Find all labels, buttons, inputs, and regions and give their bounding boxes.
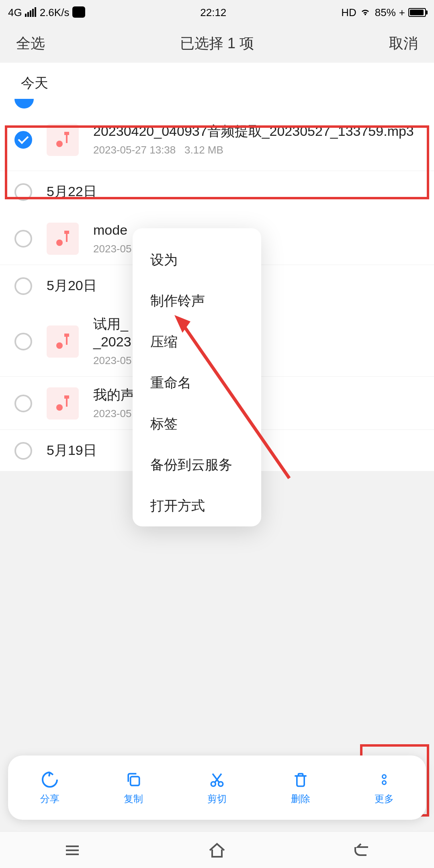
section-today: 今天 <box>0 63 434 104</box>
share-icon <box>40 770 59 789</box>
selection-title: 已选择 1 项 <box>180 34 254 53</box>
network-speed: 2.6K/s <box>40 6 70 18</box>
system-navbar <box>0 831 434 868</box>
bottom-toolbar: 分享 复制 剪切 删除 更多 <box>8 755 426 820</box>
svg-point-5 <box>383 774 386 778</box>
delete-button[interactable]: 删除 <box>259 755 342 820</box>
select-all-button[interactable]: 全选 <box>16 34 45 53</box>
checkbox[interactable] <box>14 395 32 412</box>
checkbox[interactable] <box>14 229 32 247</box>
battery-icon <box>408 8 426 16</box>
selection-header: 全选 已选择 1 项 取消 <box>0 24 434 63</box>
file-meta: 2023-05-27 13:38 3.12 MB <box>93 144 420 156</box>
clock: 22:12 <box>200 6 226 18</box>
signal-icon <box>25 7 37 17</box>
date-header[interactable]: 5月22日 <box>0 171 434 212</box>
menu-compress[interactable]: 压缩 <box>133 321 261 362</box>
more-button[interactable]: 更多 <box>342 755 426 820</box>
menu-tag[interactable]: 标签 <box>133 403 261 444</box>
svg-rect-2 <box>131 776 139 785</box>
network-type: 4G <box>8 6 22 18</box>
menu-set-as[interactable]: 设为 <box>133 240 261 280</box>
charge-icon: + <box>399 6 405 18</box>
checkbox[interactable] <box>14 333 32 350</box>
delete-icon <box>291 770 310 789</box>
share-button[interactable]: 分享 <box>8 755 92 820</box>
menu-nav-icon[interactable] <box>63 840 82 860</box>
svg-point-6 <box>383 780 386 784</box>
cut-button[interactable]: 剪切 <box>175 755 259 820</box>
message-icon <box>72 6 85 18</box>
home-nav-icon[interactable] <box>207 840 227 860</box>
more-icon <box>375 770 394 789</box>
music-icon <box>47 222 79 254</box>
music-icon <box>47 387 79 420</box>
back-nav-icon[interactable] <box>352 840 371 860</box>
partial-row-top <box>0 104 434 108</box>
copy-icon <box>124 770 143 789</box>
hd-indicator: HD <box>341 6 356 18</box>
music-icon <box>47 123 79 156</box>
cancel-button[interactable]: 取消 <box>389 34 418 53</box>
copy-button[interactable]: 复制 <box>92 755 175 820</box>
checkbox[interactable] <box>14 277 32 295</box>
checkbox[interactable] <box>14 442 32 460</box>
status-bar: 4G 2.6K/s 22:12 HD 85% + <box>0 0 434 24</box>
menu-rename[interactable]: 重命名 <box>133 362 261 403</box>
menu-backup-cloud[interactable]: 备份到云服务 <box>133 444 261 485</box>
battery-percent: 85% <box>375 6 396 18</box>
checkbox-checked[interactable] <box>14 131 32 148</box>
file-row[interactable]: 20230420_040937音频提取_20230527_133759.mp3 … <box>0 108 434 170</box>
menu-open-with[interactable]: 打开方式 <box>133 485 261 515</box>
music-icon <box>47 326 79 358</box>
menu-make-ringtone[interactable]: 制作铃声 <box>133 280 261 321</box>
more-menu: 设为 制作铃声 压缩 重命名 标签 备份到云服务 打开方式 <box>133 228 261 526</box>
file-name: 20230420_040937音频提取_20230527_133759.mp3 <box>93 123 420 141</box>
checkbox[interactable] <box>14 183 32 201</box>
wifi-icon <box>360 7 372 17</box>
cut-icon <box>207 770 227 789</box>
